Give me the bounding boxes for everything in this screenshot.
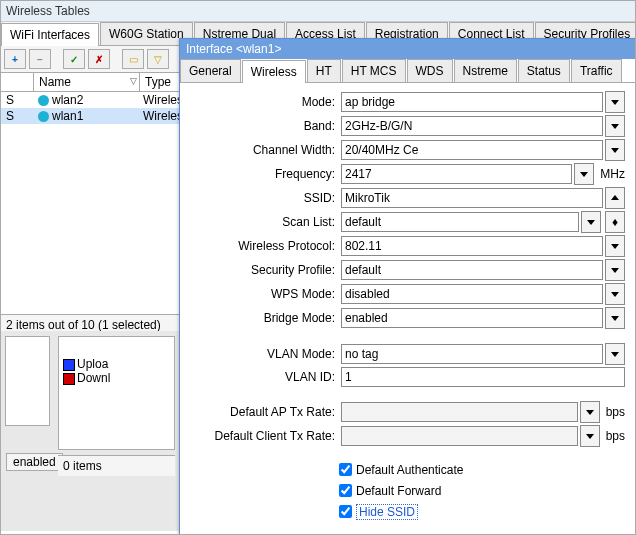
field-row-vmode: VLAN Mode: [180,343,635,365]
tab-status[interactable]: Status [518,59,570,82]
ssid-label: SSID: [180,191,341,205]
col-flag[interactable] [1,73,34,91]
wps-input[interactable] [341,284,603,304]
field-row-freq: Frequency:MHz [180,163,635,185]
scan-input[interactable] [341,212,579,232]
svg-marker-4 [611,195,619,200]
wireless-tables-window: Wireless Tables WiFi InterfacesW60G Stat… [0,0,636,535]
proto-label: Wireless Protocol: [180,239,341,253]
wifi-icon [38,111,49,122]
band-label: Band: [180,119,341,133]
band-input[interactable] [341,116,603,136]
svg-marker-8 [611,292,619,297]
sec-input[interactable] [341,260,603,280]
add-button[interactable]: + [4,49,26,69]
cltx-unit: bps [606,429,625,443]
field-row-mode: Mode: [180,91,635,113]
row-name: wlan2 [33,92,138,108]
band-dropdown-button[interactable] [605,115,625,137]
parent-tab-wifi-interfaces[interactable]: WiFi Interfaces [1,23,99,46]
legend-row: Downl [63,371,170,385]
tab-ht[interactable]: HT [307,59,341,82]
sec-label: Security Profile: [180,263,341,277]
hides-checkbox[interactable] [339,505,352,518]
wps-dropdown-button[interactable] [605,283,625,305]
field-row-cltx: Default Client Tx Rate:bps [180,425,635,447]
tab-ht-mcs[interactable]: HT MCS [342,59,406,82]
col-name[interactable]: Name [34,73,140,91]
svg-marker-6 [611,244,619,249]
freq-label: Frequency: [180,167,341,181]
bridge-input[interactable] [341,308,603,328]
mode-dropdown-button[interactable] [605,91,625,113]
row-flag: S [1,92,33,108]
freq-input[interactable] [341,164,572,184]
remove-button[interactable]: − [29,49,51,69]
freq-unit: MHz [600,167,625,181]
aptx-unit: bps [606,405,625,419]
scan-dropdown-button[interactable] [581,211,601,233]
proto-dropdown-button[interactable] [605,235,625,257]
bridge-dropdown-button[interactable] [605,307,625,329]
tab-traffic[interactable]: Traffic [571,59,622,82]
mode-input[interactable] [341,92,603,112]
cw-dropdown-button[interactable] [605,139,625,161]
upload-label: Uploa [77,357,108,371]
disable-button[interactable]: ✗ [88,49,110,69]
tab-nstreme[interactable]: Nstreme [454,59,517,82]
bridge-label: Bridge Mode: [180,311,341,325]
vmode-label: VLAN Mode: [180,347,341,361]
aptx-expand-button[interactable] [580,401,600,423]
scan-add-button[interactable]: ♦ [605,211,625,233]
cltx-label: Default Client Tx Rate: [180,429,341,443]
aptx-input[interactable] [341,402,578,422]
download-label: Downl [77,371,110,385]
ssid-input[interactable] [341,188,603,208]
field-row-wps: WPS Mode: [180,283,635,305]
items-count: 0 items [58,455,175,476]
vmode-input[interactable] [341,344,603,364]
freq-dropdown-button[interactable] [574,163,594,185]
proto-input[interactable] [341,236,603,256]
checkbox-row-auth: Default Authenticate [335,459,635,480]
checkbox-label: Default Authenticate [356,463,463,477]
vid-label: VLAN ID: [180,370,341,384]
bottom-panels: enabled Uploa Downl 0 items [1,331,179,531]
legend-row: Uploa [63,357,170,371]
field-row-cw: Channel Width: [180,139,635,161]
sec-dropdown-button[interactable] [605,259,625,281]
cltx-expand-button[interactable] [580,425,600,447]
tab-wds[interactable]: WDS [407,59,453,82]
field-row-aptx: Default AP Tx Rate:bps [180,401,635,423]
checkbox-label: Hide SSID [356,504,418,520]
download-color-icon [63,373,75,385]
enable-button[interactable]: ✓ [63,49,85,69]
filter-button[interactable]: ▽ [147,49,169,69]
field-row-proto: Wireless Protocol: [180,235,635,257]
scan-label: Scan List: [180,215,341,229]
row-flag: S [1,108,33,124]
vid-input[interactable] [341,367,625,387]
checkbox-row-hides: Hide SSID [335,501,635,522]
tab-wireless[interactable]: Wireless [242,60,306,83]
vmode-dropdown-button[interactable] [605,343,625,365]
field-row-scan: Scan List:♦ [180,211,635,233]
tab-general[interactable]: General [180,59,241,82]
svg-marker-11 [586,410,594,415]
interface-properties-window: Interface <wlan1> GeneralWirelessHTHT MC… [179,38,636,535]
wireless-form: Mode:Band:Channel Width:Frequency:MHzSSI… [180,83,635,528]
cw-input[interactable] [341,140,603,160]
auth-checkbox[interactable] [339,463,352,476]
field-row-bridge: Bridge Mode: [180,307,635,329]
aptx-label: Default AP Tx Rate: [180,405,341,419]
field-row-ssid: SSID: [180,187,635,209]
svg-marker-7 [611,268,619,273]
fwd-checkbox[interactable] [339,484,352,497]
cltx-input[interactable] [341,426,578,446]
comment-button[interactable]: ▭ [122,49,144,69]
svg-marker-3 [580,172,588,177]
wireless-tables-title: Wireless Tables [1,1,635,22]
svg-marker-5 [587,220,595,225]
ssid-up-button[interactable] [605,187,625,209]
cw-label: Channel Width: [180,143,341,157]
